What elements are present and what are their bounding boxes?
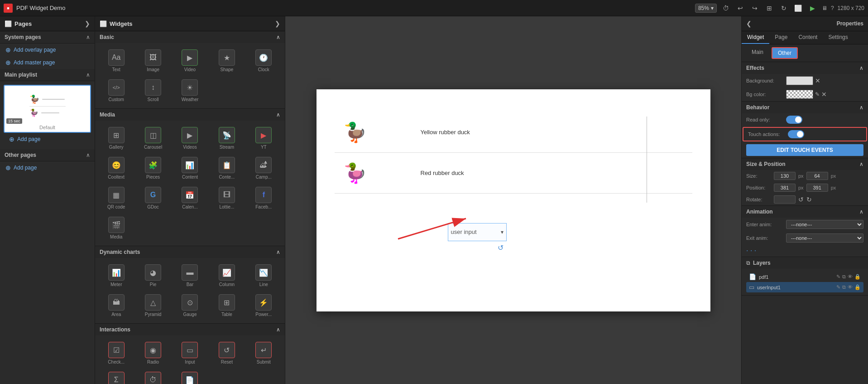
screen-button[interactable]: ⬜ bbox=[793, 3, 804, 14]
layer-userinput1[interactable]: ▭ userInput1 ✎ ⧉ 👁 🔒 bbox=[746, 282, 863, 292]
position-x-input[interactable] bbox=[774, 184, 796, 192]
userinput1-lock-icon[interactable]: 🔒 bbox=[854, 284, 861, 290]
widget-facebook[interactable]: f Faceb... bbox=[246, 184, 281, 212]
add-overlay-button[interactable]: ⊕ Add overlay page bbox=[0, 44, 95, 56]
widget-cooltext[interactable]: 😊 Cooltext bbox=[99, 154, 134, 182]
pdf1-edit-icon[interactable]: ✎ bbox=[836, 274, 840, 280]
tab-page[interactable]: Page bbox=[769, 31, 793, 44]
widget-content[interactable]: 📊 Content bbox=[173, 154, 207, 182]
edit-touch-events-button[interactable]: EDIT TOUCH EVENTS bbox=[746, 144, 863, 156]
widget-clock[interactable]: 🕐 Clock bbox=[246, 47, 281, 75]
pdf1-eye-icon[interactable]: 👁 bbox=[848, 274, 853, 280]
rotate-ccw-icon[interactable]: ↺ bbox=[798, 196, 804, 203]
widget-weather[interactable]: ☀ Weather bbox=[173, 77, 207, 105]
userinput1-eye-icon[interactable]: 👁 bbox=[848, 284, 853, 290]
widget-yt[interactable]: ▶ YT bbox=[246, 124, 281, 152]
widget-video[interactable]: ▶ Video bbox=[173, 47, 207, 75]
page-thumbnail[interactable]: 🦆 🦆 15 sec Default bbox=[4, 85, 91, 133]
add-page-button[interactable]: ⊕ Add page bbox=[4, 133, 91, 146]
size-width-input[interactable] bbox=[774, 172, 796, 180]
add-master-button[interactable]: ⊕ Add master page bbox=[0, 56, 95, 69]
main-playlist-toggle[interactable]: ∧ bbox=[86, 72, 90, 78]
widget-text[interactable]: Aa Text bbox=[99, 47, 134, 75]
size-height-input[interactable] bbox=[806, 172, 828, 180]
position-y-input[interactable] bbox=[806, 184, 828, 192]
media-section-header[interactable]: Media ∧ bbox=[95, 109, 285, 121]
widget-gallery[interactable]: ⊞ Gallery bbox=[99, 124, 134, 152]
widget-lottie[interactable]: 🎞 Lottie... bbox=[209, 184, 244, 212]
rotate-cw-icon[interactable]: ↻ bbox=[806, 196, 812, 203]
widget-bar[interactable]: ▬ Bar bbox=[173, 262, 207, 290]
layers-section-header[interactable]: ⧉ Layers bbox=[742, 257, 868, 269]
subtab-other[interactable]: Other bbox=[772, 47, 798, 59]
widget-power[interactable]: ⚡ Power... bbox=[246, 292, 281, 320]
widget-refresh-icon[interactable]: ↺ bbox=[498, 243, 504, 252]
widget-input[interactable]: ▭ Input bbox=[173, 339, 207, 367]
widget-scroll[interactable]: ↕ Scroll bbox=[135, 77, 170, 105]
pdf1-copy-icon[interactable]: ⧉ bbox=[842, 274, 846, 280]
widget-image[interactable]: 🖼 Image bbox=[135, 47, 170, 75]
background-clear-btn[interactable]: ✕ bbox=[815, 77, 820, 84]
widget-checkbox[interactable]: ☑ Check... bbox=[99, 339, 134, 367]
read-only-toggle[interactable] bbox=[786, 116, 802, 124]
widget-meter[interactable]: 📊 Meter bbox=[99, 262, 134, 290]
pages-panel-collapse[interactable]: ❯ bbox=[85, 20, 90, 27]
media-section-toggle[interactable]: ∧ bbox=[276, 112, 280, 118]
zoom-control[interactable]: 85% ▾ bbox=[695, 4, 717, 13]
widget-camp[interactable]: 🏕 Camp... bbox=[246, 154, 281, 182]
system-pages-toggle[interactable]: ∧ bbox=[86, 34, 90, 40]
interactions-toggle[interactable]: ∧ bbox=[276, 326, 280, 333]
widget-pyramid[interactable]: △ Pyramid bbox=[135, 292, 170, 320]
rotate-input[interactable] bbox=[774, 195, 796, 204]
redo-button[interactable]: ↪ bbox=[749, 3, 760, 14]
interactions-header[interactable]: Interactions ∧ bbox=[95, 324, 285, 335]
play-button[interactable]: ▶ bbox=[807, 3, 818, 14]
tab-widget[interactable]: Widget bbox=[742, 31, 769, 44]
widget-area[interactable]: 🏔 Area bbox=[99, 292, 134, 320]
pdf1-lock-icon[interactable]: 🔒 bbox=[854, 274, 861, 280]
size-position-header[interactable]: Size & Position ∧ bbox=[742, 158, 868, 170]
dynamic-charts-toggle[interactable]: ∧ bbox=[276, 249, 280, 255]
background-color-picker[interactable] bbox=[786, 76, 813, 85]
dropdown-arrow[interactable]: ▾ bbox=[501, 229, 504, 235]
animation-toggle[interactable]: ∧ bbox=[859, 209, 863, 215]
widget-pdf[interactable]: 📄 PDF bbox=[173, 369, 207, 384]
layer-pdf1[interactable]: 📄 pdf1 ✎ ⧉ 👁 🔒 bbox=[746, 272, 863, 282]
widget-conte[interactable]: 📋 Conte... bbox=[209, 154, 244, 182]
widget-media[interactable]: 🎬 Media bbox=[99, 214, 134, 242]
dynamic-charts-header[interactable]: Dynamic charts ∧ bbox=[95, 246, 285, 258]
widget-custom[interactable]: </> Custom bbox=[99, 77, 134, 105]
history-icon[interactable]: ⏱ bbox=[720, 3, 731, 14]
widget-reset[interactable]: ↺ Reset bbox=[209, 339, 244, 367]
widget-table[interactable]: ⊞ Table bbox=[209, 292, 244, 320]
widget-carousel[interactable]: ◫ Carousel bbox=[135, 124, 170, 152]
widget-shape[interactable]: ★ Shape bbox=[209, 47, 244, 75]
bg-color-edit-icon[interactable]: ✎ bbox=[815, 91, 820, 97]
userinput1-copy-icon[interactable]: ⧉ bbox=[842, 284, 846, 290]
tab-content[interactable]: Content bbox=[793, 31, 823, 44]
behavior-section-header[interactable]: Behavior ∧ bbox=[742, 102, 868, 113]
props-panel-collapse-left[interactable]: ❮ bbox=[746, 20, 752, 27]
zoom-dropdown-icon[interactable]: ▾ bbox=[711, 5, 714, 11]
widget-submit[interactable]: ↵ Submit bbox=[246, 339, 281, 367]
add-other-page-button[interactable]: ⊕ Add page bbox=[0, 161, 95, 174]
user-input-widget[interactable]: user input ▾ bbox=[448, 223, 507, 241]
widget-line[interactable]: 📉 Line bbox=[246, 262, 281, 290]
exit-anim-select[interactable]: ---none--- bbox=[786, 233, 863, 243]
help-icon[interactable]: ? bbox=[831, 5, 834, 11]
undo-button[interactable]: ↩ bbox=[735, 3, 746, 14]
basic-section-header[interactable]: Basic ∧ bbox=[95, 31, 285, 43]
widget-gauge[interactable]: ⊙ Gauge bbox=[173, 292, 207, 320]
widgets-panel-collapse[interactable]: ❯ bbox=[275, 20, 280, 27]
widget-radio[interactable]: ◉ Radio bbox=[135, 339, 170, 367]
widget-calendar[interactable]: 📅 Calen... bbox=[173, 184, 207, 212]
bg-color-clear-btn[interactable]: ✕ bbox=[821, 91, 827, 98]
grid-button[interactable]: ⊞ bbox=[764, 3, 775, 14]
effects-section-header[interactable]: Effects ∧ bbox=[742, 62, 868, 74]
effects-toggle[interactable]: ∧ bbox=[859, 65, 863, 71]
animation-section-header[interactable]: Animation ∧ bbox=[742, 206, 868, 218]
refresh-button[interactable]: ↻ bbox=[778, 3, 789, 14]
touch-actions-toggle[interactable] bbox=[788, 130, 804, 138]
tab-settings[interactable]: Settings bbox=[823, 31, 853, 44]
widget-videos[interactable]: ▶ Videos bbox=[173, 124, 207, 152]
